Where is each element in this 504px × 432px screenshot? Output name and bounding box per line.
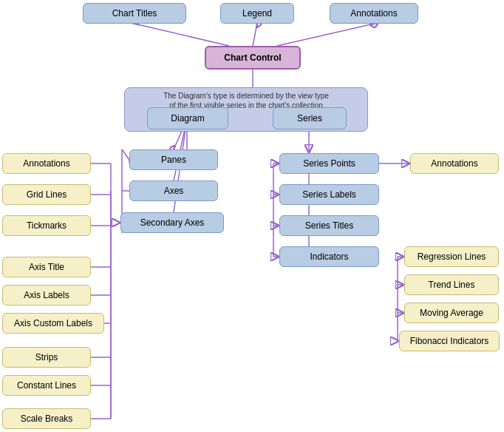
tickmarks-node: Tickmarks [2, 215, 91, 236]
svg-line-2 [277, 24, 374, 46]
svg-line-0 [134, 24, 229, 46]
series-node: Series [273, 107, 347, 129]
chart-titles-node: Chart Titles [83, 3, 186, 24]
svg-line-13 [122, 149, 129, 160]
fibonacci-node: Fibonacci Indicators [399, 331, 500, 351]
axis-labels-node: Axis Labels [2, 285, 91, 306]
annotations-left-node: Annotations [2, 153, 91, 174]
trend-lines-node: Trend Lines [404, 274, 499, 295]
series-points-node: Series Points [279, 153, 379, 174]
grid-lines-node: Grid Lines [2, 184, 91, 205]
axis-title-node: Axis Title [2, 257, 91, 277]
legend-node: Legend [220, 3, 294, 24]
diagram-container: Chart Titles Legend Annotations Chart Co… [0, 0, 504, 432]
panes-node: Panes [129, 149, 218, 170]
diagram-group: The Diagram's type is determined by the … [124, 87, 368, 132]
axis-custom-labels-node: Axis Custom Labels [2, 313, 104, 334]
chart-control-node: Chart Control [205, 46, 301, 70]
svg-line-1 [253, 24, 257, 46]
diagram-node: Diagram [147, 107, 228, 129]
axes-node: Axes [129, 180, 218, 201]
secondary-axes-node: Secondary Axes [120, 212, 224, 233]
moving-average-node: Moving Average [404, 303, 499, 323]
indicators-node: Indicators [279, 246, 379, 267]
annotations-top-node: Annotations [330, 3, 418, 24]
series-labels-node: Series Labels [279, 184, 379, 205]
scale-breaks-node: Scale Breaks [2, 408, 91, 429]
strips-node: Strips [2, 347, 91, 368]
constant-lines-node: Constant Lines [2, 375, 91, 396]
annotations-right-node: Annotations [410, 153, 499, 174]
regression-lines-node: Regression Lines [404, 246, 499, 267]
series-titles-node: Series Titles [279, 215, 379, 236]
